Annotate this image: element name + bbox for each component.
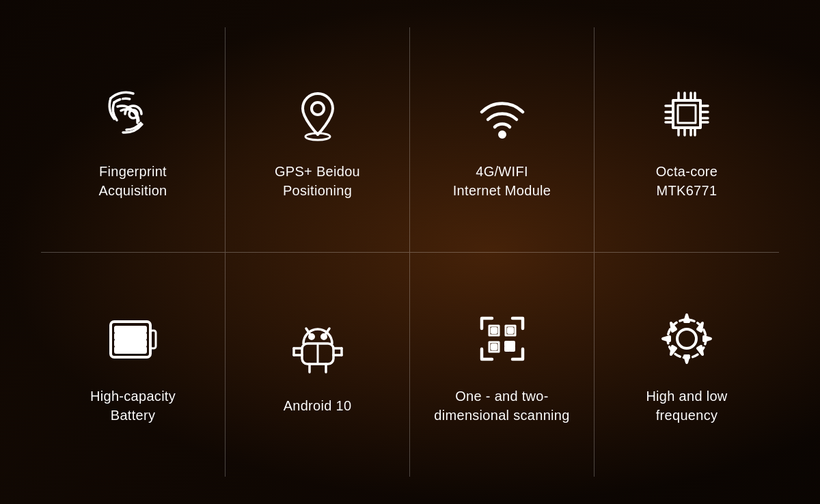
- svg-point-51: [668, 320, 706, 358]
- svg-rect-49: [510, 347, 514, 350]
- frequency-label: High and lowfrequency: [646, 387, 727, 425]
- fingerprint-icon: [99, 80, 167, 148]
- battery-label: High-capacityBattery: [90, 387, 176, 425]
- feature-chip: Octa-coreMTK6771: [594, 27, 779, 252]
- scan-label: One - and two-dimensional scanning: [434, 387, 569, 425]
- svg-rect-44: [508, 328, 512, 333]
- feature-frequency: High and lowfrequency: [594, 252, 779, 477]
- feature-android: Android 10: [226, 252, 410, 477]
- gear-icon: [653, 305, 721, 373]
- svg-rect-23: [150, 331, 156, 348]
- fingerprint-label: FingerprintAcquisition: [98, 162, 167, 200]
- battery-icon: [99, 305, 167, 373]
- features-grid: FingerprintAcquisition GPS+ BeidouPositi…: [41, 27, 779, 477]
- feature-scan: One - and two-dimensional scanning: [410, 252, 594, 477]
- scan-icon: [468, 305, 536, 373]
- main-content: FingerprintAcquisition GPS+ BeidouPositi…: [0, 0, 820, 504]
- svg-rect-26: [115, 341, 146, 346]
- svg-point-1: [312, 102, 324, 115]
- svg-rect-48: [506, 347, 509, 350]
- gps-icon: [284, 80, 352, 148]
- svg-rect-25: [115, 334, 146, 339]
- chip-icon: [653, 80, 721, 148]
- feature-gps: GPS+ BeidouPositioning: [226, 27, 410, 252]
- svg-rect-5: [678, 105, 696, 123]
- wifi-label: 4G/WIFIInternet Module: [453, 162, 551, 200]
- svg-rect-24: [115, 327, 146, 332]
- feature-battery: High-capacityBattery: [41, 252, 226, 477]
- feature-wifi: 4G/WIFIInternet Module: [410, 27, 594, 252]
- gps-label: GPS+ BeidouPositioning: [275, 162, 360, 200]
- svg-rect-47: [510, 342, 514, 346]
- android-icon: [284, 314, 352, 382]
- svg-point-2: [305, 133, 330, 140]
- wifi-icon: [468, 80, 536, 148]
- svg-point-3: [500, 132, 505, 137]
- svg-rect-27: [115, 348, 146, 352]
- feature-fingerprint: FingerprintAcquisition: [41, 27, 226, 252]
- svg-rect-43: [492, 328, 496, 333]
- svg-point-50: [677, 329, 696, 348]
- android-label: Android 10: [284, 396, 352, 415]
- svg-rect-45: [492, 345, 496, 349]
- svg-rect-46: [506, 342, 509, 346]
- chip-label: Octa-coreMTK6771: [656, 162, 718, 200]
